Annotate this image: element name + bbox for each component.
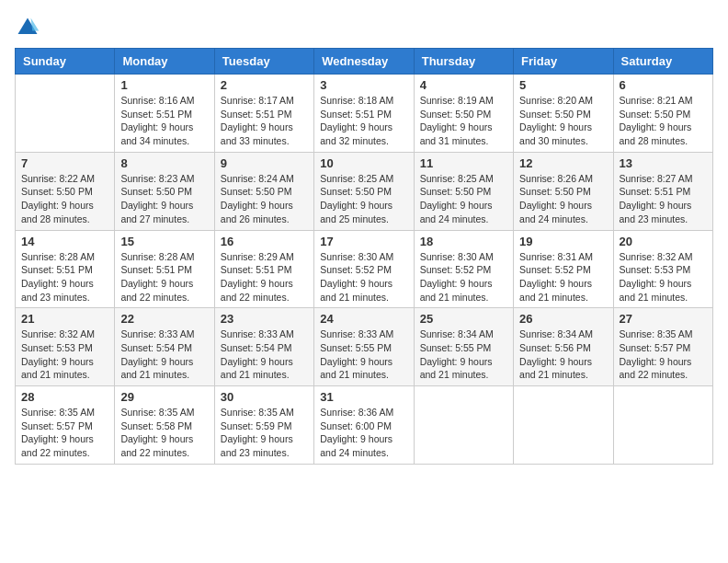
day-info: Sunrise: 8:28 AM Sunset: 5:51 PM Dayligh…	[21, 250, 108, 304]
day-number: 6	[620, 78, 707, 92]
day-number: 1	[120, 78, 208, 92]
calendar-cell: 27Sunrise: 8:35 AM Sunset: 5:57 PM Dayli…	[613, 308, 712, 386]
day-number: 3	[320, 78, 407, 92]
calendar-cell	[613, 386, 712, 465]
day-number: 20	[620, 235, 707, 248]
day-info: Sunrise: 8:25 AM Sunset: 5:50 PM Dayligh…	[420, 172, 507, 226]
calendar-week-row: 28Sunrise: 8:35 AM Sunset: 5:57 PM Dayli…	[16, 386, 713, 465]
calendar-cell: 19Sunrise: 8:31 AM Sunset: 5:52 PM Dayli…	[514, 230, 613, 308]
calendar-cell: 31Sunrise: 8:36 AM Sunset: 6:00 PM Dayli…	[314, 386, 414, 465]
calendar-week-row: 14Sunrise: 8:28 AM Sunset: 5:51 PM Dayli…	[16, 230, 713, 308]
weekday-header: Saturday	[613, 49, 712, 75]
calendar-cell: 21Sunrise: 8:32 AM Sunset: 5:53 PM Dayli…	[16, 308, 115, 386]
calendar-cell: 23Sunrise: 8:33 AM Sunset: 5:54 PM Dayli…	[214, 308, 313, 386]
page-header	[15, 15, 713, 40]
calendar-cell: 15Sunrise: 8:28 AM Sunset: 5:51 PM Dayli…	[115, 230, 214, 308]
calendar-cell: 7Sunrise: 8:22 AM Sunset: 5:50 PM Daylig…	[16, 152, 115, 230]
logo	[15, 15, 44, 40]
calendar-cell: 9Sunrise: 8:24 AM Sunset: 5:50 PM Daylig…	[214, 152, 313, 230]
day-info: Sunrise: 8:30 AM Sunset: 5:52 PM Dayligh…	[420, 250, 507, 304]
calendar-cell	[414, 386, 513, 465]
day-info: Sunrise: 8:17 AM Sunset: 5:51 PM Dayligh…	[221, 94, 308, 148]
day-info: Sunrise: 8:33 AM Sunset: 5:55 PM Dayligh…	[320, 327, 407, 382]
calendar-cell: 18Sunrise: 8:30 AM Sunset: 5:52 PM Dayli…	[414, 230, 513, 308]
day-number: 24	[320, 312, 407, 326]
calendar-cell: 13Sunrise: 8:27 AM Sunset: 5:51 PM Dayli…	[613, 152, 712, 230]
calendar-cell: 4Sunrise: 8:19 AM Sunset: 5:50 PM Daylig…	[414, 75, 513, 153]
calendar-header-row: SundayMondayTuesdayWednesdayThursdayFrid…	[16, 49, 713, 75]
day-number: 10	[320, 156, 407, 170]
day-info: Sunrise: 8:18 AM Sunset: 5:51 PM Dayligh…	[320, 94, 407, 148]
calendar-cell: 6Sunrise: 8:21 AM Sunset: 5:50 PM Daylig…	[613, 75, 712, 153]
weekday-header: Thursday	[414, 49, 513, 75]
day-info: Sunrise: 8:35 AM Sunset: 5:57 PM Dayligh…	[21, 406, 108, 460]
day-number: 23	[221, 312, 308, 326]
weekday-header: Monday	[115, 49, 214, 75]
calendar-week-row: 21Sunrise: 8:32 AM Sunset: 5:53 PM Dayli…	[16, 308, 713, 386]
day-number: 21	[21, 312, 108, 326]
calendar-cell: 3Sunrise: 8:18 AM Sunset: 5:51 PM Daylig…	[314, 75, 414, 153]
calendar-cell: 22Sunrise: 8:33 AM Sunset: 5:54 PM Dayli…	[115, 308, 214, 386]
calendar-cell: 16Sunrise: 8:29 AM Sunset: 5:51 PM Dayli…	[214, 230, 313, 308]
day-number: 15	[120, 235, 208, 248]
day-number: 7	[21, 156, 108, 170]
day-info: Sunrise: 8:30 AM Sunset: 5:52 PM Dayligh…	[320, 250, 407, 304]
calendar-cell: 26Sunrise: 8:34 AM Sunset: 5:56 PM Dayli…	[514, 308, 613, 386]
day-number: 22	[120, 312, 208, 326]
day-info: Sunrise: 8:34 AM Sunset: 5:56 PM Dayligh…	[519, 327, 607, 382]
day-number: 4	[420, 78, 507, 92]
day-number: 5	[519, 78, 607, 92]
day-info: Sunrise: 8:27 AM Sunset: 5:51 PM Dayligh…	[620, 172, 707, 226]
day-info: Sunrise: 8:26 AM Sunset: 5:50 PM Dayligh…	[519, 172, 607, 226]
day-info: Sunrise: 8:21 AM Sunset: 5:50 PM Dayligh…	[620, 94, 707, 148]
calendar-week-row: 7Sunrise: 8:22 AM Sunset: 5:50 PM Daylig…	[16, 152, 713, 230]
day-number: 19	[519, 235, 607, 248]
day-number: 11	[420, 156, 507, 170]
calendar-cell: 28Sunrise: 8:35 AM Sunset: 5:57 PM Dayli…	[16, 386, 115, 465]
calendar-cell: 20Sunrise: 8:32 AM Sunset: 5:53 PM Dayli…	[613, 230, 712, 308]
day-info: Sunrise: 8:23 AM Sunset: 5:50 PM Dayligh…	[120, 172, 208, 226]
day-info: Sunrise: 8:36 AM Sunset: 6:00 PM Dayligh…	[320, 406, 407, 460]
day-number: 13	[620, 156, 707, 170]
logo-icon	[15, 15, 40, 40]
calendar-cell: 24Sunrise: 8:33 AM Sunset: 5:55 PM Dayli…	[314, 308, 414, 386]
day-number: 26	[519, 312, 607, 326]
calendar-cell	[16, 75, 115, 153]
day-info: Sunrise: 8:35 AM Sunset: 5:59 PM Dayligh…	[221, 406, 308, 460]
day-number: 8	[120, 156, 208, 170]
calendar-cell: 12Sunrise: 8:26 AM Sunset: 5:50 PM Dayli…	[514, 152, 613, 230]
day-info: Sunrise: 8:34 AM Sunset: 5:55 PM Dayligh…	[420, 327, 507, 382]
day-number: 31	[320, 390, 407, 404]
day-info: Sunrise: 8:35 AM Sunset: 5:58 PM Dayligh…	[120, 406, 208, 460]
calendar-cell: 10Sunrise: 8:25 AM Sunset: 5:50 PM Dayli…	[314, 152, 414, 230]
day-number: 2	[221, 78, 308, 92]
day-info: Sunrise: 8:32 AM Sunset: 5:53 PM Dayligh…	[21, 327, 108, 382]
day-info: Sunrise: 8:33 AM Sunset: 5:54 PM Dayligh…	[221, 327, 308, 382]
calendar-week-row: 1Sunrise: 8:16 AM Sunset: 5:51 PM Daylig…	[16, 75, 713, 153]
day-number: 17	[320, 235, 407, 248]
day-number: 9	[221, 156, 308, 170]
day-info: Sunrise: 8:31 AM Sunset: 5:52 PM Dayligh…	[519, 250, 607, 304]
day-number: 12	[519, 156, 607, 170]
calendar-table: SundayMondayTuesdayWednesdayThursdayFrid…	[15, 48, 713, 465]
calendar-cell: 14Sunrise: 8:28 AM Sunset: 5:51 PM Dayli…	[16, 230, 115, 308]
day-info: Sunrise: 8:32 AM Sunset: 5:53 PM Dayligh…	[620, 250, 707, 304]
day-info: Sunrise: 8:35 AM Sunset: 5:57 PM Dayligh…	[620, 327, 707, 382]
day-info: Sunrise: 8:24 AM Sunset: 5:50 PM Dayligh…	[221, 172, 308, 226]
calendar-cell: 17Sunrise: 8:30 AM Sunset: 5:52 PM Dayli…	[314, 230, 414, 308]
day-info: Sunrise: 8:25 AM Sunset: 5:50 PM Dayligh…	[320, 172, 407, 226]
calendar-cell: 29Sunrise: 8:35 AM Sunset: 5:58 PM Dayli…	[115, 386, 214, 465]
day-info: Sunrise: 8:20 AM Sunset: 5:50 PM Dayligh…	[519, 94, 607, 148]
calendar-cell	[514, 386, 613, 465]
day-info: Sunrise: 8:33 AM Sunset: 5:54 PM Dayligh…	[120, 327, 208, 382]
day-info: Sunrise: 8:16 AM Sunset: 5:51 PM Dayligh…	[120, 94, 208, 148]
weekday-header: Tuesday	[214, 49, 313, 75]
day-number: 14	[21, 235, 108, 248]
weekday-header: Sunday	[16, 49, 115, 75]
calendar-cell: 8Sunrise: 8:23 AM Sunset: 5:50 PM Daylig…	[115, 152, 214, 230]
weekday-header: Friday	[514, 49, 613, 75]
calendar-cell: 1Sunrise: 8:16 AM Sunset: 5:51 PM Daylig…	[115, 75, 214, 153]
day-info: Sunrise: 8:29 AM Sunset: 5:51 PM Dayligh…	[221, 250, 308, 304]
weekday-header: Wednesday	[314, 49, 414, 75]
day-number: 30	[221, 390, 308, 404]
